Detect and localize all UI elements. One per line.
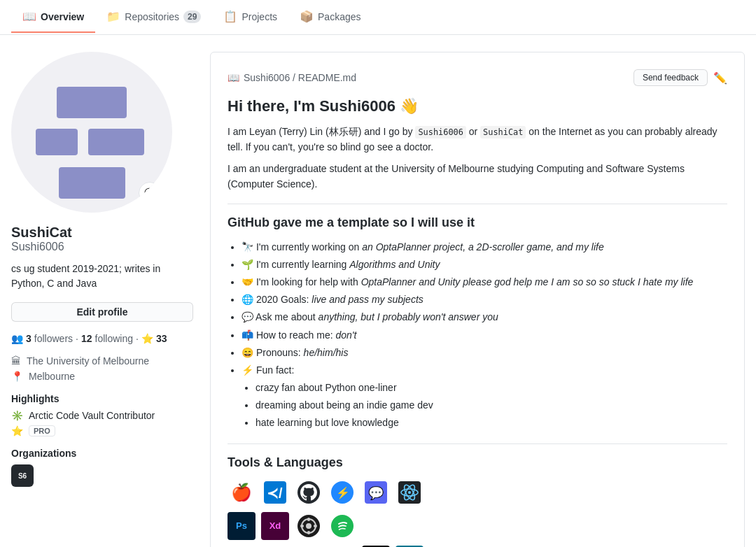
highlight-arctic-label: Arctic Code Vault Contributor	[29, 410, 155, 421]
university-name: The University of Melbourne	[27, 355, 149, 367]
pro-badge: PRO	[29, 425, 55, 436]
svg-rect-17	[300, 525, 304, 527]
main-content: 📖 Sushi6006 / README.md Send feedback ✏️…	[210, 52, 745, 547]
stars-link[interactable]: 33	[156, 333, 167, 344]
readme-divider-1	[227, 204, 727, 204]
avatar-block-2	[36, 129, 78, 155]
tab-overview-label: Overview	[41, 11, 84, 22]
building-icon: 🏛	[11, 355, 21, 367]
readme-header: 📖 Sushi6006 / README.md Send feedback ✏️	[227, 69, 727, 86]
tool-githubactions: ⚡	[328, 478, 356, 506]
highlights-section-title: Highlights	[11, 393, 193, 404]
chat-bubble-icon: 💬	[139, 182, 161, 204]
tab-overview[interactable]: 📖 Overview	[11, 1, 95, 33]
edit-profile-button[interactable]: Edit profile	[11, 302, 193, 322]
followers-label: followers	[34, 333, 73, 344]
list-item-3: 🤝 I'm looking for help with OptaPlanner …	[241, 274, 727, 291]
following-label: following	[95, 333, 133, 344]
tool-discord: 💬	[362, 478, 390, 506]
svg-rect-16	[307, 531, 310, 534]
readme-header-actions: Send feedback ✏️	[634, 69, 727, 86]
tool-github	[295, 478, 323, 506]
main-layout: 💬 SushiCat Sushi6006 cs ug student 2019-…	[0, 35, 756, 547]
list-item-4: 🌐 2020 Goals: live and pass my subjects	[241, 291, 727, 308]
tool-apple: 🍎	[227, 478, 255, 506]
people-icon: 👥	[11, 333, 23, 344]
folder-icon: 📁	[106, 10, 120, 23]
tool-vscode: ≺/	[261, 478, 289, 506]
organizations-grid: S6	[11, 464, 193, 487]
fun-facts-list: crazy fan about Python one-liner dreamin…	[241, 379, 727, 432]
organizations-section-title: Organizations	[11, 448, 193, 459]
send-feedback-button[interactable]: Send feedback	[634, 69, 708, 86]
tools-row-2: Ps Xd	[227, 512, 727, 540]
org-avatar-1[interactable]: S6	[11, 464, 34, 487]
readme-card: 📖 Sushi6006 / README.md Send feedback ✏️…	[210, 52, 745, 547]
profile-username: Sushi6006	[11, 241, 193, 253]
readme-tools-title: Tools & Languages	[227, 455, 727, 470]
list-item-7: 😄 Pronouns: he/him/his	[241, 344, 727, 362]
avatar-block-4	[59, 167, 125, 199]
tool-photoshop: Ps	[227, 512, 255, 540]
readme-book-icon: 📖	[227, 72, 239, 83]
readme-header-left: 📖 Sushi6006 / README.md	[227, 72, 356, 83]
svg-rect-18	[314, 525, 317, 527]
tool-gear	[295, 512, 323, 540]
clipboard-icon: 📋	[223, 10, 237, 23]
svg-point-14	[306, 523, 312, 529]
list-item-5: 💬 Ask me about anything, but I probably …	[241, 308, 727, 326]
following-count: 12	[81, 333, 92, 344]
repositories-count-badge: 29	[183, 10, 201, 23]
follow-stats: 👥 3 followers · 12 following · ⭐ 33	[11, 333, 193, 344]
tool-atom	[396, 478, 424, 506]
list-item-8: ⚡ Fun fact: crazy fan about Python one-l…	[241, 362, 727, 432]
profile-display-name: SushiCat	[11, 224, 193, 241]
following-link[interactable]: 12	[81, 333, 92, 344]
tab-projects[interactable]: 📋 Projects	[212, 1, 288, 33]
avatar-block-3	[88, 129, 144, 155]
svg-text:⚡: ⚡	[336, 486, 350, 499]
readme-template-title: GitHub gave me a template so I will use …	[227, 215, 727, 230]
svg-point-11	[408, 491, 411, 494]
university-detail: 🏛 The University of Melbourne	[11, 355, 193, 367]
tab-packages[interactable]: 📦 Packages	[288, 1, 372, 33]
tool-spotify	[328, 512, 356, 540]
svg-rect-15	[307, 518, 310, 521]
fun-fact-2: dreaming about being an indie game dev	[255, 397, 727, 414]
svg-text:≺/: ≺/	[267, 485, 283, 501]
package-icon: 📦	[300, 10, 314, 23]
tab-repositories-label: Repositories	[125, 11, 179, 22]
readme-title: Hi there, I'm Sushi6006 👋	[227, 97, 727, 115]
location-detail: 📍 Melbourne	[11, 371, 193, 382]
location-icon: 📍	[11, 371, 23, 382]
top-navigation: 📖 Overview 📁 Repositories 29 📋 Projects …	[0, 0, 756, 35]
svg-text:💬: 💬	[368, 485, 384, 501]
avatar: 💬	[11, 52, 172, 213]
tool-xd: Xd	[261, 512, 289, 540]
book-icon: 📖	[22, 10, 36, 23]
tools-row-1: 🍎 ≺/ ⚡	[227, 478, 727, 506]
avatar-block-1	[57, 87, 127, 118]
profile-bio: cs ug student 2019-2021; writes in Pytho…	[11, 262, 193, 291]
star-icon: ⭐	[141, 333, 153, 344]
list-item-1: 🔭 I'm currently working on an OptaPlanne…	[241, 239, 727, 256]
stars-count: 33	[156, 333, 167, 344]
tab-projects-label: Projects	[241, 11, 277, 22]
edit-readme-button[interactable]: ✏️	[713, 71, 727, 85]
fun-fact-1: crazy fan about Python one-liner	[255, 379, 727, 397]
followers-link[interactable]: 3	[26, 333, 31, 344]
fun-fact-3: hate learning but love knowledge	[255, 414, 727, 432]
readme-bullet-list: 🔭 I'm currently working on an OptaPlanne…	[227, 239, 727, 432]
location-text: Melbourne	[29, 371, 75, 382]
list-item-2: 🌱 I'm currently learning Algorithms and …	[241, 256, 727, 274]
highlight-pro: ⭐ PRO	[11, 425, 193, 436]
list-item-6: 📫 How to reach me: don't	[241, 327, 727, 344]
nav-tabs: 📖 Overview 📁 Repositories 29 📋 Projects …	[11, 1, 372, 33]
followers-count: 3	[26, 333, 31, 344]
asterisk-icon: ✳️	[11, 410, 23, 421]
highlight-arctic: ✳️ Arctic Code Vault Contributor	[11, 410, 193, 421]
profile-sidebar: 💬 SushiCat Sushi6006 cs ug student 2019-…	[11, 52, 193, 547]
tab-packages-label: Packages	[318, 11, 360, 22]
readme-intro2: I am an undergraduate student at the Uni…	[227, 161, 727, 192]
tab-repositories[interactable]: 📁 Repositories 29	[95, 1, 212, 33]
